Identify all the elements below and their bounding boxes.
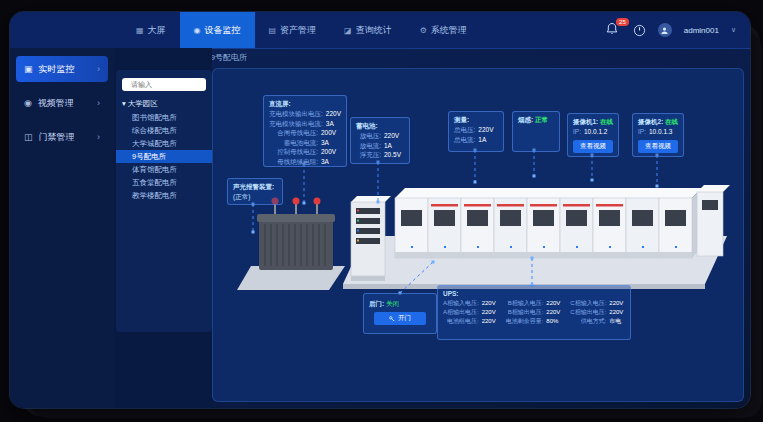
row-label: 合闸母线电压:	[269, 128, 318, 137]
door-status: 关闭	[386, 300, 399, 307]
panel-title: 蓄电池:	[356, 121, 404, 130]
station-tree: ▾ 大学园区 图书馆配电所 综合楼配电所 大学城配电所 9号配电所 体育馆配电所…	[116, 70, 212, 332]
measurement-panel: 测量: 总电压:220V 总电流:1A	[448, 111, 504, 152]
row-value: 220V	[478, 125, 498, 134]
open-door-label: 开门	[398, 314, 411, 323]
row-label: 浮充压:	[356, 150, 381, 159]
sidebar-item-realtime-monitor[interactable]: ▣ 实时监控 ›	[16, 56, 108, 82]
row-label: C相输入电压:	[570, 299, 606, 308]
tree-item[interactable]: 教学楼配电所	[116, 189, 212, 202]
chevron-down-icon[interactable]: ∨	[731, 26, 736, 34]
data-row: A相输出电压:220V	[443, 308, 502, 317]
data-row: C相输出电压:220V	[570, 308, 629, 317]
sidebar-item-label: 视频管理	[38, 97, 74, 110]
row-label: 电池组电压:	[443, 317, 479, 326]
gear-icon: ⚙	[420, 26, 427, 35]
open-door-button[interactable]: 开门	[374, 312, 426, 325]
data-row: 控制母线电压:200V	[269, 147, 341, 156]
camera1-label: 摄像机1:	[573, 118, 598, 125]
notifications-button[interactable]: 25	[605, 22, 621, 38]
data-row: 放电流:1A	[356, 141, 404, 150]
username[interactable]: admin001	[684, 26, 719, 35]
monitor-grid-icon: ▣	[24, 64, 33, 74]
sound-light-alarm-panel: 声光报警装置: (正常)	[227, 178, 283, 205]
view-video-button[interactable]: 查看视频	[638, 140, 678, 153]
data-row: 电池组电压:220V	[443, 317, 502, 326]
tree-item-selected[interactable]: 9号配电所	[116, 150, 212, 163]
row-label: 供电方式:	[570, 317, 606, 326]
nav-asset-mgmt[interactable]: ▤资产管理	[255, 12, 331, 48]
tree-item[interactable]: 大学城配电所	[116, 137, 212, 150]
nav-query-stats[interactable]: ◪查询统计	[330, 12, 406, 48]
sidebar-item-access-mgmt[interactable]: ◫ 门禁管理 ›	[16, 124, 108, 150]
panel-title: 直流屏:	[269, 99, 341, 108]
monitor-icon: ◉	[194, 26, 201, 35]
row-label: B相输出电压:	[506, 308, 544, 317]
logout-icon[interactable]	[633, 24, 646, 37]
smoke-label: 烟感:	[518, 116, 533, 123]
data-row: 合闸母线电压:200V	[269, 128, 341, 137]
data-row: 充电模块输出电压:220V	[269, 109, 341, 118]
data-row: 总电压:220V	[454, 125, 498, 134]
row-label: 控制母线电压:	[269, 147, 318, 156]
row-label: 母线绝缘电阻:	[269, 157, 318, 166]
nav-label: 大屏	[148, 24, 166, 37]
row-value: 1A	[384, 141, 404, 150]
tree-search	[122, 78, 206, 91]
data-row: 充电模块输出电流:3A	[269, 119, 341, 128]
tree-item[interactable]: 体育馆配电所	[116, 163, 212, 176]
user-icon	[660, 26, 669, 35]
tree-item[interactable]: 综合楼配电所	[116, 124, 212, 137]
panel-title: 烟感: 正常	[518, 115, 554, 124]
notification-badge: 25	[616, 18, 629, 26]
data-row: C相输入电压:220V	[570, 299, 629, 308]
door-label: 后门:	[369, 300, 384, 307]
data-row: A相输入电压:220V	[443, 299, 502, 308]
search-input[interactable]	[129, 80, 203, 89]
nav-dashboard[interactable]: ▦大屏	[122, 12, 180, 48]
tree-item[interactable]: 五食堂配电所	[116, 176, 212, 189]
panel-title: 测量:	[454, 115, 498, 124]
panel-title: 摄像机1: 在线	[573, 117, 613, 126]
panel-title: 摄像机2: 在线	[638, 117, 678, 126]
nav-device-monitor[interactable]: ◉设备监控	[180, 12, 255, 48]
chevron-right-icon: ›	[97, 98, 100, 108]
row-label: 电池剩余容量:	[506, 317, 544, 326]
tree-item[interactable]: 图书馆配电所	[116, 111, 212, 124]
row-value: 市电	[609, 317, 629, 326]
row-value: 220V	[546, 308, 566, 317]
app-window: ▦大屏 ◉设备监控 ▤资产管理 ◪查询统计 ⚙系统管理 25 admin001 …	[10, 12, 750, 408]
data-row: B相输入电压:220V	[506, 299, 567, 308]
nav-label: 资产管理	[280, 24, 316, 37]
topbar-right: 25 admin001 ∨	[605, 12, 736, 48]
row-value: 3A	[326, 119, 346, 128]
stats-icon: ◪	[344, 26, 352, 35]
data-row: IP:10.0.1.3	[638, 127, 678, 136]
camera1-status: 在线	[600, 118, 613, 125]
row-value: 200V	[321, 147, 341, 156]
nav-system-mgmt[interactable]: ⚙系统管理	[406, 12, 481, 48]
camera2-label: 摄像机2:	[638, 118, 663, 125]
row-label: 放电流:	[356, 141, 381, 150]
row-value: 80%	[546, 317, 566, 326]
breadcrumb-item[interactable]: 9号配电所	[210, 52, 246, 63]
tree-root-node[interactable]: ▾ 大学园区	[116, 97, 212, 111]
sidebar: ▣ 实时监控 › ◉ 视频管理 › ◫ 门禁管理 ›	[10, 48, 114, 408]
row-value: 220V	[609, 299, 629, 308]
ups-grid: A相输入电压:220V B相输入电压:220V C相输入电压:220V A相输出…	[443, 299, 625, 325]
sidebar-item-video-mgmt[interactable]: ◉ 视频管理 ›	[16, 90, 108, 116]
row-value: 220V	[482, 317, 502, 326]
data-row: 浮充压:20.5V	[356, 150, 404, 159]
avatar[interactable]	[658, 23, 672, 37]
row-label: A相输入电压:	[443, 299, 479, 308]
nav-label: 系统管理	[431, 24, 467, 37]
key-icon	[389, 316, 395, 322]
camera2-panel: 摄像机2: 在线 IP:10.0.1.3 查看视频	[632, 113, 684, 157]
row-value: 220V	[326, 109, 346, 118]
row-label: A相输出电压:	[443, 308, 479, 317]
view-video-button[interactable]: 查看视频	[573, 140, 613, 153]
panel-title: UPS:	[443, 289, 625, 298]
door-status-row: 后门: 关闭	[369, 299, 431, 308]
row-label: 总电压:	[454, 125, 475, 134]
ip-value: 10.0.1.3	[649, 127, 673, 136]
